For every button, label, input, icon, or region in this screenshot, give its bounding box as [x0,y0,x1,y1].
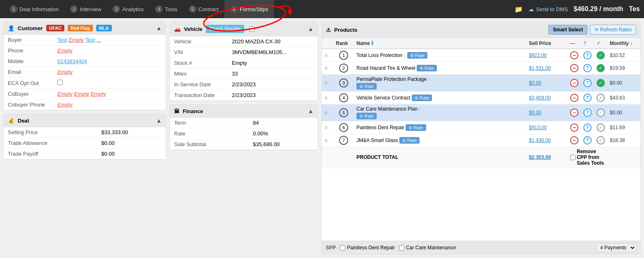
sell-price-value[interactable]: $0.00 [529,110,541,116]
question-button[interactable]: ? [583,136,592,144]
ofac-badge[interactable]: OFAC [46,25,65,31]
cobuyer-label: CoBuyer [4,89,53,99]
spp-car-care-check[interactable]: Car Care Maintenance [399,245,456,251]
buyer-link-test1[interactable]: Test [57,37,67,43]
cobuyer-phone-empty[interactable]: Empty [57,102,73,108]
table-row: Selling Price $33,333.00 [4,127,166,138]
cobuyer-empty3[interactable]: Empty [91,91,106,97]
buyer-link-empty[interactable]: Empty [68,37,84,43]
customer-collapse-btn[interactable]: ▲ [156,25,162,31]
rate-button[interactable]: ⚙Rate [356,83,377,90]
check-button[interactable]: ✓ [597,94,605,102]
buyer-link-test2[interactable]: Test [85,37,95,43]
question-button[interactable]: ? [583,79,592,87]
table-row: Rate 0.00% [170,128,318,139]
trade-allowance-value[interactable]: $0.00 [101,140,115,146]
payments-select[interactable]: # Payments [596,243,636,252]
nav-item-analytics[interactable]: 3 Analytics [107,0,149,18]
minus-button[interactable]: − [570,94,578,102]
nav-item-tools[interactable]: 4 Tools [149,0,183,18]
vehicle-model[interactable]: CX-30 [265,38,281,45]
question-button[interactable]: ? [583,94,592,102]
vehicle-year[interactable]: 2020 [232,38,244,45]
check-button[interactable]: ✓ [597,136,605,144]
mla-badge[interactable]: MLA [96,25,112,31]
send-to-dms-button[interactable]: ☁ Send to DMS [528,6,568,12]
email-empty[interactable]: Empty [57,69,73,75]
cobuyer-empty1[interactable]: Empty [57,91,73,97]
spp-paintless-checkbox[interactable] [340,245,345,251]
rate-button[interactable]: ⚙Rate [406,124,426,131]
finance-collapse-btn[interactable]: ▲ [308,108,314,114]
question-button[interactable]: ? [583,51,592,59]
smart-select-button[interactable]: Smart Select [548,25,587,35]
nav-item-interview[interactable]: 2 Interview [64,0,107,18]
drag-handle[interactable]: ≡ [324,137,328,144]
eca-opt-out-checkbox[interactable] [57,80,63,85]
buyer-link-more[interactable]: ... [97,37,101,43]
question-button[interactable]: ? [583,109,592,117]
sell-price-value[interactable]: $1,436.00 [529,137,551,143]
nav-item-contract[interactable]: 5 Contract [183,0,224,18]
check-button[interactable]: ✓ [597,51,605,59]
sell-price-value[interactable]: $913.00 [529,125,547,130]
minus-button[interactable]: − [570,64,578,72]
rate-button[interactable]: ⚙Rate [407,52,427,59]
drag-handle[interactable]: ≡ [324,109,328,116]
remove-cpp-checkbox[interactable] [570,155,576,160]
refresh-rates-button[interactable]: ⟳ Refresh Rates [590,25,636,35]
check-recalls-button[interactable]: Check Recalls [206,25,244,33]
drag-handle[interactable]: ≡ [324,95,328,101]
sell-price-value[interactable]: $822.00 [529,52,547,58]
vehicle-collapse-btn[interactable]: ▲ [308,26,314,32]
sell-price-value[interactable]: $0.00 [529,80,541,86]
selling-price-value[interactable]: $33,333.00 [101,129,128,135]
check-button[interactable]: ✓ [597,79,605,87]
transaction-date-value[interactable]: 2/23/2023 [232,92,256,98]
cobuyer-empty2[interactable]: Empty [74,91,89,97]
check-button[interactable]: ✓ [597,64,605,72]
term-value[interactable]: 84 [253,120,259,126]
trade-payoff-value[interactable]: $0.00 [101,151,115,157]
spp-paintless-dent-check[interactable]: Paintless Dent Repair [340,245,395,251]
drag-handle[interactable]: ≡ [324,52,328,59]
minus-button[interactable]: − [570,51,578,59]
check-button[interactable]: ✓ [597,123,605,132]
table-row: Transaction Date 2/23/2023 [170,90,318,101]
rate-button[interactable]: ⚙Rate [399,137,420,144]
name-info-icon[interactable]: ℹ [371,40,373,46]
mobile-value[interactable]: 6143834404 [57,58,87,64]
minus-button[interactable]: − [570,123,578,132]
rate-button[interactable]: ⚙Rate [412,95,432,101]
question-button[interactable]: ? [583,64,592,72]
sell-price-value[interactable]: $3,409.00 [529,95,551,101]
spp-car-care-checkbox[interactable] [399,245,404,251]
vin-value[interactable]: 3MVDMBEM6LM105... [232,49,287,55]
minus-button[interactable]: − [570,79,578,87]
remove-cpp-label[interactable]: Remove CPP from Sales Tools [570,149,605,166]
rate-value[interactable]: 0.00% [253,130,268,137]
stock-empty[interactable]: Empty [232,60,247,66]
sell-price-value[interactable]: $1,531.00 [529,65,551,71]
rate-button[interactable]: ⚙Rate [417,65,437,71]
deal-collapse-btn[interactable]: ▲ [156,117,162,124]
check-button[interactable]: ✓ [597,109,605,117]
in-service-date-value[interactable]: 2/23/2023 [232,81,256,88]
in-service-date-label: In Service Date [170,79,228,90]
red-flag-badge[interactable]: Red Flag [68,25,92,31]
miles-value[interactable]: 33 [232,71,238,77]
nav-item-forms-stips[interactable]: 6 Forms/Stips [224,0,274,18]
question-button[interactable]: ? [583,123,592,132]
recall-checkbox[interactable] [249,26,255,32]
minus-button[interactable]: − [570,136,578,144]
drag-handle[interactable]: ≡ [324,80,328,86]
drag-handle[interactable]: ≡ [324,65,328,71]
rate-button[interactable]: ⚙Rate [356,113,377,119]
minus-button[interactable]: − [570,109,578,117]
nav-item-deal-information[interactable]: 1 Deal Information [4,0,64,18]
drag-handle[interactable]: ≡ [324,124,328,131]
nav-num-4: 4 [155,5,163,13]
vehicle-make[interactable]: MAZDA [245,38,264,45]
rank-circle: 7 [339,136,348,145]
phone-empty[interactable]: Empty [57,47,73,54]
